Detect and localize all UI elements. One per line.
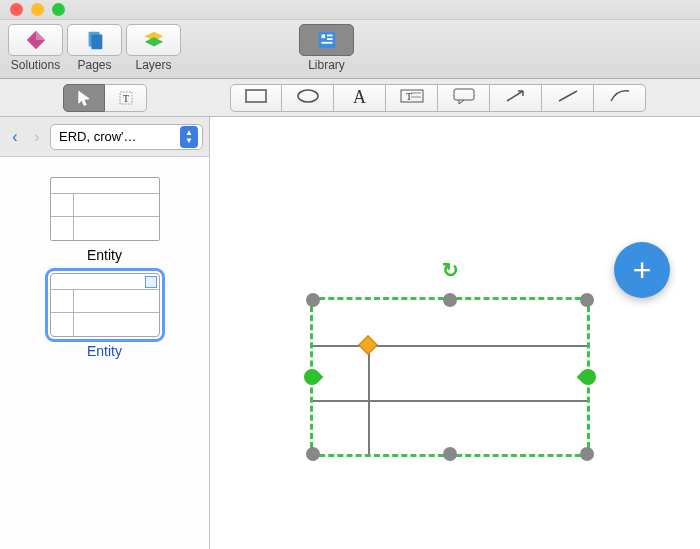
rectangle-icon	[243, 87, 269, 109]
pages-label: Pages	[77, 58, 111, 72]
resize-handle-tr[interactable]	[580, 293, 594, 307]
drawing-canvas[interactable]: ↻ +	[210, 117, 700, 549]
resize-handle-tl[interactable]	[306, 293, 320, 307]
nav-forward-button[interactable]: ›	[28, 128, 46, 146]
pointer-tool[interactable]	[63, 84, 105, 112]
svg-line-16	[507, 91, 523, 101]
layers-icon	[143, 29, 165, 51]
window-titlebar	[0, 0, 700, 20]
shape-label: Entity	[87, 247, 122, 263]
selected-entity-shape[interactable]: ↻	[310, 297, 590, 457]
add-shape-fab[interactable]: +	[614, 242, 670, 298]
pages-button[interactable]	[67, 24, 122, 56]
entity-divider	[313, 345, 587, 347]
rotate-handle[interactable]: ↻	[442, 258, 459, 282]
svg-rect-15	[454, 89, 474, 100]
library-label: Library	[308, 58, 345, 72]
curve-icon	[607, 87, 633, 109]
svg-point-10	[298, 90, 318, 102]
textbox-tool[interactable]: T	[386, 84, 438, 112]
entity-divider	[313, 400, 587, 402]
entity-thumbnail	[50, 273, 160, 337]
library-shape-entity-selected[interactable]: Entity	[45, 273, 165, 359]
resize-handle-bl[interactable]	[306, 447, 320, 461]
solutions-label: Solutions	[11, 58, 60, 72]
solutions-button[interactable]	[8, 24, 63, 56]
svg-rect-6	[321, 42, 332, 44]
solutions-icon	[25, 29, 47, 51]
sidebar-nav: ‹ › ERD, crow'… ▲▼	[0, 117, 209, 157]
text-cursor-icon: T	[117, 89, 135, 107]
rectangle-tool[interactable]	[230, 84, 282, 112]
resize-handle-bc[interactable]	[443, 447, 457, 461]
library-button[interactable]	[299, 24, 354, 56]
svg-rect-4	[327, 35, 333, 37]
plus-icon: +	[633, 252, 652, 289]
callout-tool[interactable]	[438, 84, 490, 112]
layers-label: Layers	[135, 58, 171, 72]
line-tool[interactable]	[542, 84, 594, 112]
close-window-button[interactable]	[10, 3, 23, 16]
toolbar-group-solutions: Solutions	[8, 24, 63, 72]
toolbar-group-library: Library	[299, 24, 354, 72]
callout-icon	[451, 87, 477, 109]
svg-line-17	[559, 91, 577, 101]
library-category-dropdown[interactable]: ERD, crow'… ▲▼	[50, 124, 203, 150]
library-shapes-list: Entity Entity	[0, 157, 209, 549]
svg-text:T: T	[123, 92, 129, 103]
layers-button[interactable]	[126, 24, 181, 56]
text-cursor-tool[interactable]: T	[105, 84, 147, 112]
text-tool[interactable]: A	[334, 84, 386, 112]
ellipse-tool[interactable]	[282, 84, 334, 112]
shape-badge-icon	[145, 276, 157, 288]
arrow-icon	[503, 87, 529, 109]
line-icon	[555, 87, 581, 109]
shape-label: Entity	[87, 343, 122, 359]
textbox-icon: T	[399, 87, 425, 109]
zoom-window-button[interactable]	[52, 3, 65, 16]
connector-handle-right[interactable]	[577, 366, 600, 389]
nav-back-button[interactable]: ‹	[6, 128, 24, 146]
svg-rect-9	[246, 90, 266, 102]
toolbar-group-pages: Pages	[67, 24, 122, 72]
resize-handle-tc[interactable]	[443, 293, 457, 307]
arrow-tool[interactable]	[490, 84, 542, 112]
resize-handle-br[interactable]	[580, 447, 594, 461]
shape-tools-segment: A T	[230, 84, 646, 112]
text-icon: A	[353, 87, 366, 108]
curve-tool[interactable]	[594, 84, 646, 112]
dropdown-stepper-icon: ▲▼	[180, 126, 198, 148]
pages-icon	[84, 29, 106, 51]
entity-thumbnail	[50, 177, 160, 241]
toolbar-group-layers: Layers	[126, 24, 181, 72]
secondary-toolbar: T A T	[0, 79, 700, 117]
minimize-window-button[interactable]	[31, 3, 44, 16]
main-toolbar: Solutions Pages Layers Library	[0, 20, 700, 79]
svg-rect-3	[321, 35, 325, 39]
library-sidebar: ‹ › ERD, crow'… ▲▼ Entity Entity	[0, 117, 210, 549]
ellipse-icon	[295, 87, 321, 109]
library-shape-entity[interactable]: Entity	[45, 177, 165, 263]
entity-divider	[368, 345, 370, 454]
tool-mode-segment: T	[0, 84, 210, 112]
pointer-icon	[75, 89, 93, 107]
svg-rect-1	[91, 35, 102, 50]
content-area: ‹ › ERD, crow'… ▲▼ Entity Entity	[0, 117, 700, 549]
connector-handle-left[interactable]	[301, 366, 324, 389]
svg-rect-5	[327, 38, 333, 40]
dropdown-label: ERD, crow'…	[59, 129, 180, 144]
library-icon	[316, 29, 338, 51]
adjust-handle[interactable]	[358, 335, 378, 355]
